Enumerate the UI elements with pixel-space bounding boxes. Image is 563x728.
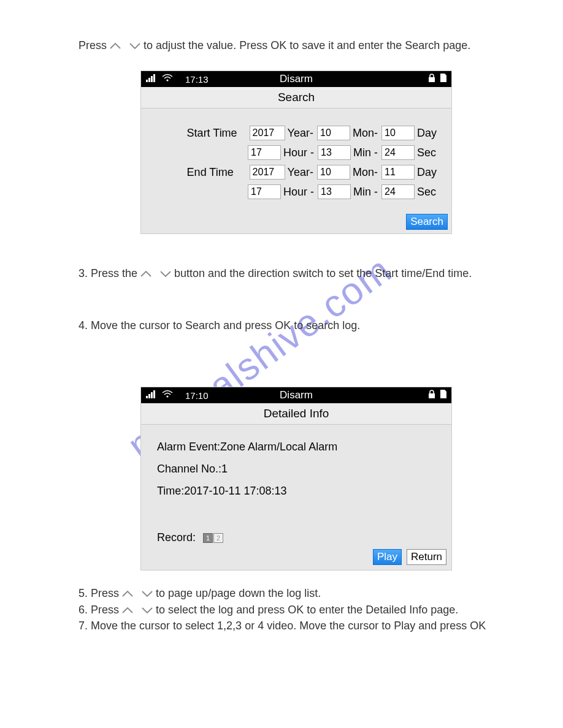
status-title: Disarm [280, 389, 313, 401]
detail-body: Detailed Info Alarm Event:Zone Alarm/Loc… [141, 403, 451, 570]
bottom-button-row: Play Return [141, 547, 451, 570]
svg-rect-5 [429, 77, 435, 82]
text: 3. Press the [79, 267, 140, 279]
status-time: 17:13 [185, 74, 209, 85]
alarm-event-label: Alarm Event: [157, 441, 220, 453]
end-year-input[interactable] [250, 165, 285, 180]
text: 5. Press [79, 587, 122, 599]
svg-rect-7 [148, 394, 150, 398]
screen-title: Detailed Info [141, 403, 451, 425]
time-value: 2017-10-11 17:08:13 [184, 485, 286, 497]
end-month-input[interactable] [317, 165, 350, 180]
text: 6. Press [79, 604, 122, 616]
text: to page up/page down the log list. [156, 587, 321, 599]
status-right [428, 74, 446, 85]
record-box-2[interactable]: 2 [213, 533, 223, 543]
search-button[interactable]: Search [406, 214, 448, 230]
instruction-line-6: 6. Press to select the log and press OK … [79, 604, 458, 616]
svg-rect-0 [146, 80, 148, 82]
sec-unit: Sec [417, 186, 440, 199]
detail-screen: 17:10 Disarm Detailed Info Alarm Event:Z… [140, 387, 452, 571]
wifi-icon [162, 390, 173, 401]
play-button[interactable]: Play [373, 549, 402, 565]
svg-rect-1 [148, 78, 150, 82]
end-sec-input[interactable] [381, 184, 415, 199]
channel-label: Channel No.: [157, 463, 221, 475]
chevron-up-icon [110, 43, 121, 49]
time-row: Time:2017-10-11 17:08:13 [157, 480, 435, 502]
instruction-line-1: Press to adjust the value. Press OK to s… [79, 39, 470, 52]
sd-card-icon [439, 390, 446, 401]
instruction-line-7: 7. Move the cursor to select 1,2,3 or 4 … [79, 620, 486, 632]
svg-point-4 [166, 79, 168, 81]
channel-row: Channel No.:1 [157, 458, 435, 480]
screen-title: Search [141, 87, 451, 108]
svg-point-10 [166, 395, 168, 397]
svg-rect-9 [153, 390, 155, 398]
start-min-input[interactable] [318, 145, 351, 160]
day-unit: Day [417, 127, 440, 140]
updown-icons [110, 43, 140, 49]
status-left: 17:10 [141, 390, 209, 401]
status-title: Disarm [280, 73, 313, 85]
hour-unit: Hour - [283, 186, 314, 199]
svg-rect-11 [429, 393, 435, 398]
min-unit: Min - [353, 146, 378, 159]
signal-icon [146, 390, 157, 401]
start-year-input[interactable] [250, 126, 285, 140]
start-date-row: Start Time Year- Mon- Day [150, 126, 443, 140]
end-min-input[interactable] [318, 184, 351, 199]
screen-body: Search Start Time Year- Mon- Day Hour - … [141, 87, 451, 233]
lock-icon [428, 390, 435, 401]
svg-rect-2 [151, 76, 153, 82]
svg-rect-3 [153, 74, 155, 82]
start-month-input[interactable] [317, 126, 350, 140]
start-sec-input[interactable] [381, 145, 415, 160]
record-box-1[interactable]: 1 [203, 533, 213, 543]
end-day-input[interactable] [381, 165, 415, 180]
start-day-input[interactable] [381, 126, 415, 140]
text: button and the direction switch to set t… [174, 267, 472, 279]
mon-unit: Mon- [353, 127, 378, 140]
chevron-up-icon [122, 591, 133, 597]
search-form: Start Time Year- Mon- Day Hour - Min - S… [141, 108, 451, 209]
end-date-row: End Time Year- Mon- Day [150, 165, 443, 180]
signal-icon [146, 74, 157, 85]
chevron-down-icon [142, 591, 153, 597]
day-unit: Day [417, 166, 440, 179]
text: to adjust the value. Press OK to save it… [144, 39, 470, 51]
alarm-event-row: Alarm Event:Zone Alarm/Local Alarm [157, 436, 435, 458]
instruction-line-4: 4. Move the cursor to Search and press O… [79, 319, 360, 332]
detail-content: Alarm Event:Zone Alarm/Local Alarm Chann… [141, 425, 451, 507]
alarm-event-value: Zone Alarm/Local Alarm [220, 441, 337, 453]
text: Press [79, 39, 110, 51]
start-time-label: Start Time [187, 127, 248, 140]
chevron-up-icon [140, 271, 151, 277]
svg-rect-6 [146, 396, 148, 398]
return-button[interactable]: Return [407, 549, 446, 565]
search-screen: 17:13 Disarm Search Start Time Year- Mon… [140, 70, 452, 234]
chevron-down-icon [142, 607, 153, 613]
hour-unit: Hour - [283, 146, 314, 159]
mon-unit: Mon- [353, 166, 378, 179]
start-hour-input[interactable] [248, 145, 281, 160]
end-time-label: End Time [187, 166, 248, 179]
svg-rect-8 [151, 392, 153, 398]
record-boxes: 1 2 [203, 533, 223, 543]
instruction-line-3: 3. Press the button and the direction sw… [79, 267, 472, 280]
updown-icons [122, 591, 153, 597]
status-bar: 17:10 Disarm [141, 387, 451, 403]
updown-icons [122, 607, 153, 613]
lock-icon [428, 74, 435, 85]
status-bar: 17:13 Disarm [141, 71, 451, 87]
end-hour-input[interactable] [248, 184, 281, 199]
chevron-up-icon [122, 607, 133, 613]
sec-unit: Sec [417, 146, 440, 159]
instruction-line-5: 5. Press to page up/page down the log li… [79, 587, 321, 600]
status-left: 17:13 [141, 74, 209, 85]
text: to select the log and press OK to enter … [156, 604, 458, 616]
channel-value: 1 [221, 463, 228, 475]
status-time: 17:10 [185, 390, 209, 401]
record-row: Record: 1 2 [141, 507, 451, 547]
chevron-down-icon [129, 43, 140, 49]
